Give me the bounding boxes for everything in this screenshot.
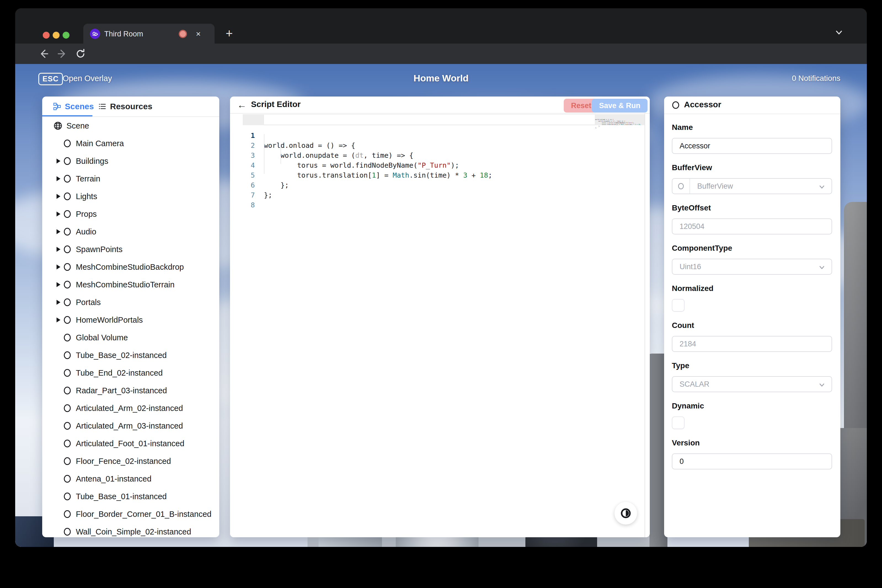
tree-item-audio[interactable]: Audio [42, 223, 219, 240]
tree-item-portals[interactable]: Portals [42, 294, 219, 311]
expand-caret-icon[interactable] [54, 210, 63, 218]
tree-item-tube-base-01-instanced[interactable]: Tube_Base_01-instanced [42, 488, 219, 505]
notifications-label[interactable]: 0 Notifications [792, 74, 840, 83]
code-line-5[interactable]: 5 torus.translation[1] = Math.sin(time) … [230, 171, 650, 180]
count-input[interactable]: 2184 [672, 336, 832, 352]
tree-item-homeworldportals[interactable]: HomeWorldPortals [42, 311, 219, 329]
field-value-version: 0 [672, 457, 684, 466]
field-label-type: Type [672, 361, 832, 370]
tree-item-lights[interactable]: Lights [42, 188, 219, 205]
world-title: Home World [15, 73, 867, 84]
tree-item-label: Tube_Base_01-instanced [76, 492, 166, 501]
name-input[interactable]: Accessor [672, 138, 832, 154]
tree-item-label: Audio [76, 227, 96, 236]
back-button[interactable] [38, 48, 50, 60]
reload-button[interactable] [75, 48, 86, 60]
tree-item-floor-fence-02-instanced[interactable]: Floor_Fence_02-instanced [42, 452, 219, 470]
tree-item-buildings[interactable]: Buildings [42, 152, 219, 170]
code-text: }; [264, 190, 272, 200]
expand-caret-icon[interactable] [54, 245, 63, 254]
script-editor-title: Script Editor [251, 100, 301, 109]
code-line-1[interactable]: 1 [230, 131, 650, 141]
chevron-down-icon [818, 183, 825, 190]
code-line-6[interactable]: 6 }; [230, 180, 650, 190]
script-editor-panel: ← Script Editor Reset Save & Run 12world… [230, 96, 650, 537]
tab-search-chevron-icon[interactable] [834, 29, 844, 36]
field-dynamic: Dynamic [672, 402, 832, 429]
tab-resources-label: Resources [110, 102, 152, 111]
tree-item-terrain[interactable]: Terrain [42, 170, 219, 188]
tree-item-spawnpoints[interactable]: SpawnPoints [42, 240, 219, 258]
node-circle-icon [63, 456, 72, 466]
tree-item-label: HomeWorldPortals [76, 315, 143, 325]
tree-item-label: Radar_Part_03-instanced [76, 386, 167, 395]
expand-caret-icon[interactable] [54, 263, 63, 271]
expand-caret-icon[interactable] [54, 228, 63, 236]
componenttype-select[interactable]: Uint16 [672, 259, 832, 275]
field-byteoffset: ByteOffset120504 [672, 204, 832, 234]
window-close-button[interactable] [43, 32, 50, 39]
back-arrow-icon[interactable]: ← [237, 100, 247, 110]
tree-item-articulated-arm-03-instanced[interactable]: Articulated_Arm_03-instanced [42, 417, 219, 435]
code-line-8[interactable]: 8 [230, 200, 650, 210]
code-line-3[interactable]: 3 world.onupdate = (dt, time) => { [230, 151, 650, 160]
editor-minimap[interactable]: world.onload = () => { world.onupdate = … [595, 117, 636, 130]
theme-toggle-button[interactable] [615, 502, 637, 525]
caret-placeholder [54, 510, 63, 518]
tree-item-wall-coin-simple-02-instanced[interactable]: Wall_Coin_Simple_02-instanced [42, 523, 219, 537]
list-icon [99, 103, 106, 110]
type-select[interactable]: SCALAR [672, 376, 832, 392]
tree-item-props[interactable]: Props [42, 205, 219, 223]
tree-item-tube-end-02-instanced[interactable]: Tube_End_02-instanced [42, 364, 219, 382]
expand-caret-icon[interactable] [54, 175, 63, 183]
tree-item-articulated-foot-01-instanced[interactable]: Articulated_Foot_01-instanced [42, 435, 219, 452]
hierarchy-icon [53, 103, 61, 110]
expand-caret-icon[interactable] [54, 192, 63, 201]
code-line-4[interactable]: 4 torus = world.findNodeByName("P_Turn")… [230, 160, 650, 171]
expand-caret-icon[interactable] [54, 280, 63, 289]
expand-caret-icon[interactable] [54, 316, 63, 324]
tree-item-global-volume[interactable]: Global Volume [42, 329, 219, 346]
world-viewport[interactable]: ESC Open Overlay Home World 0 Notificati… [15, 64, 867, 547]
tree-item-main-camera[interactable]: Main Camera [42, 135, 219, 152]
new-tab-button[interactable]: + [223, 27, 236, 40]
node-circle-icon [63, 298, 72, 307]
window-zoom-button[interactable] [63, 32, 69, 39]
dynamic-checkbox[interactable] [672, 417, 684, 429]
screen: Third Room × + loc [0, 0, 882, 588]
globe-icon [53, 121, 63, 130]
browser-tab[interactable]: Third Room × [83, 24, 214, 44]
tree-item-label: Antena_01-instanced [76, 474, 152, 483]
editor-scrollbar[interactable] [645, 113, 645, 537]
tree-item-radar-part-03-instanced[interactable]: Radar_Part_03-instanced [42, 382, 219, 399]
active-line-box [264, 115, 595, 124]
tree-item-antena-01-instanced[interactable]: Antena_01-instanced [42, 470, 219, 488]
code-line-7[interactable]: 7}; [230, 190, 650, 200]
byteoffset-input[interactable]: 120504 [672, 218, 832, 234]
bufferview-select[interactable]: BufferView [672, 178, 832, 194]
tree-item-floor-border-corner-01-b-instanced[interactable]: Floor_Border_Corner_01_B-instanced [42, 505, 219, 523]
tree-item-articulated-arm-02-instanced[interactable]: Articulated_Arm_02-instanced [42, 399, 219, 417]
code-editor[interactable]: 12world.onload = () => {3 world.onupdate… [230, 113, 650, 537]
tab-scenes[interactable]: Scenes [53, 96, 94, 116]
tab-resources[interactable]: Resources [99, 96, 152, 116]
tree-item-meshcombinestudiobackdrop[interactable]: MeshCombineStudioBackdrop [42, 258, 219, 276]
active-tab-underline [42, 115, 92, 116]
forward-button[interactable] [57, 48, 68, 60]
code-line-2[interactable]: 2world.onload = () => { [230, 141, 650, 151]
caret-placeholder [54, 492, 63, 501]
node-circle-icon [63, 262, 72, 272]
tree-item-label: Portals [76, 298, 100, 307]
version-input[interactable]: 0 [672, 453, 832, 470]
tab-close-button[interactable]: × [193, 28, 204, 39]
normalized-checkbox[interactable] [672, 299, 684, 312]
tree-item-tube-base-02-instanced[interactable]: Tube_Base_02-instanced [42, 346, 219, 364]
tree-item-scene[interactable]: Scene [42, 117, 219, 135]
tree-item-meshcombinestudioterrain[interactable]: MeshCombineStudioTerrain [42, 276, 219, 294]
window-minimize-button[interactable] [52, 32, 60, 39]
expand-caret-icon[interactable] [54, 298, 63, 306]
save-and-run-button[interactable]: Save & Run [592, 99, 648, 112]
tree-item-label: Tube_Base_02-instanced [76, 351, 166, 360]
line-number: 5 [230, 171, 255, 180]
expand-caret-icon[interactable] [54, 157, 63, 165]
